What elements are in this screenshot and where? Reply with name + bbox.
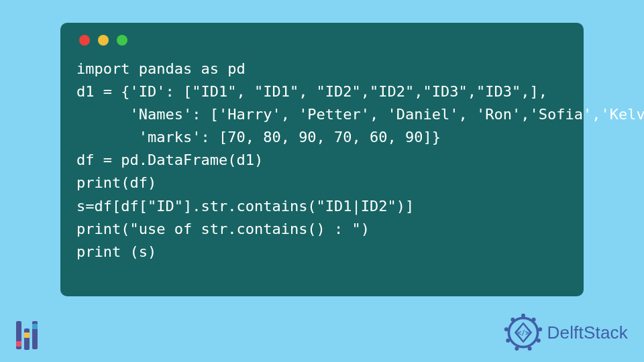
svg-point-2 xyxy=(531,318,535,322)
svg-point-1 xyxy=(521,314,525,318)
code-block: import pandas as pd d1 = {'ID': ["ID1", … xyxy=(76,58,568,263)
svg-point-8 xyxy=(504,327,508,331)
svg-point-4 xyxy=(536,339,540,343)
svg-text:</>: </> xyxy=(517,329,529,337)
svg-point-6 xyxy=(515,347,519,351)
gear-badge-icon: </> xyxy=(503,312,543,353)
svg-point-9 xyxy=(511,318,515,322)
maximize-icon xyxy=(117,35,127,46)
brand-logo: </> DelftStack xyxy=(503,312,629,353)
svg-point-3 xyxy=(538,327,542,331)
code-panel: import pandas as pd d1 = {'ID': ["ID1", … xyxy=(60,23,584,296)
close-icon xyxy=(79,35,90,46)
svg-point-7 xyxy=(506,339,510,343)
brand-name: DelftStack xyxy=(547,322,629,343)
left-logo-icon xyxy=(16,320,38,350)
svg-point-5 xyxy=(527,347,531,351)
minimize-icon xyxy=(98,35,109,46)
window-controls xyxy=(79,35,568,46)
